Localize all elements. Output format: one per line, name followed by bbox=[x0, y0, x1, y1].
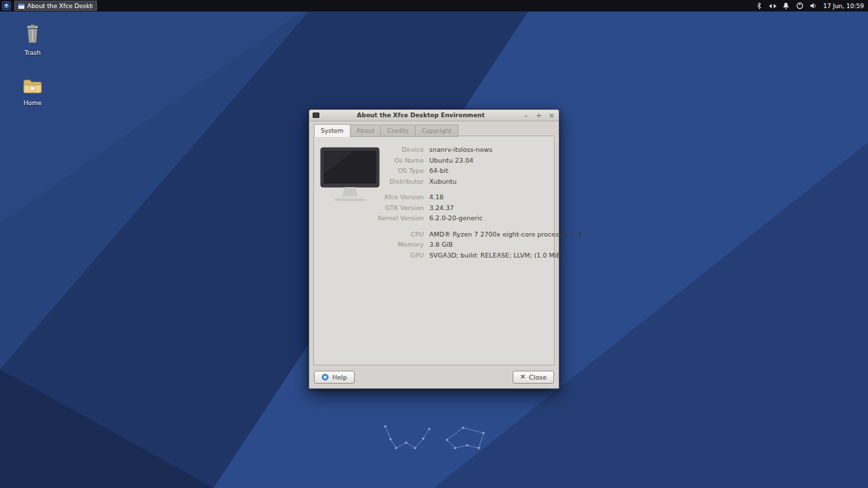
tab-credits[interactable]: Credits bbox=[380, 125, 416, 137]
info-value: 64-bit bbox=[429, 165, 448, 176]
system-info: Device snanrv-itsloss-news Os Name Ubunt… bbox=[314, 144, 549, 266]
close-button-label: Close bbox=[529, 373, 547, 381]
close-button[interactable]: × Close bbox=[513, 371, 554, 384]
info-row: GTK Version 3.24.37 bbox=[314, 203, 549, 214]
volume-icon[interactable] bbox=[810, 2, 817, 9]
home-folder-icon bbox=[22, 77, 43, 95]
power-circle-icon[interactable] bbox=[796, 2, 804, 9]
window-title: About the Xfce Desktop Environment bbox=[322, 112, 519, 119]
info-row: CPU AMD® Ryzen 7 2700x eight-core proces… bbox=[314, 229, 549, 240]
taskbar-window-button[interactable]: About the Xfce Desktop Envi... bbox=[14, 1, 97, 11]
info-value: AMD® Ryzen 7 2700x eight-core processor … bbox=[429, 229, 583, 240]
dialog-footer: Help × Close bbox=[309, 365, 559, 388]
notification-bell-icon[interactable] bbox=[783, 2, 790, 9]
info-label: Distributor bbox=[314, 176, 429, 187]
system-tray: 17 Jun, 10:59 bbox=[755, 2, 868, 9]
info-value: 6.2.0-20-generic bbox=[429, 213, 483, 224]
info-label: Memory bbox=[314, 239, 429, 250]
close-window-button[interactable]: × bbox=[548, 112, 555, 119]
info-value: 3.24.37 bbox=[429, 203, 454, 214]
info-group-hardware: CPU AMD® Ryzen 7 2700x eight-core proces… bbox=[314, 229, 549, 261]
info-label: Kernel Version bbox=[314, 213, 429, 224]
desktop-icon-home[interactable]: Home bbox=[11, 77, 54, 106]
info-label: CPU bbox=[314, 229, 429, 240]
help-button-label: Help bbox=[332, 373, 347, 381]
applications-menu-button[interactable] bbox=[0, 0, 13, 12]
system-tab-content: Device snanrv-itsloss-news Os Name Ubunt… bbox=[313, 136, 555, 365]
close-icon: × bbox=[520, 373, 526, 380]
desktop-icon-trash[interactable]: Trash bbox=[11, 24, 54, 56]
xubuntu-logo-icon bbox=[2, 1, 11, 10]
info-row: Os Name Ubuntu 23.04 bbox=[314, 155, 549, 166]
minimize-button[interactable]: – bbox=[522, 112, 530, 119]
info-group-versions: Xfce Version 4.18 GTK Version 3.24.37 Ke… bbox=[314, 192, 549, 224]
tab-bar: System About Credits Copyright bbox=[314, 125, 458, 137]
maximize-button[interactable]: + bbox=[535, 112, 542, 119]
tab-system[interactable]: System bbox=[314, 124, 351, 137]
info-group-os: Device snanrv-itsloss-news Os Name Ubunt… bbox=[314, 144, 549, 186]
desktop-icon-label: Trash bbox=[11, 49, 54, 56]
trash-icon bbox=[23, 24, 42, 45]
top-panel: About the Xfce Desktop Envi... 17 Jun, 1… bbox=[0, 0, 868, 12]
info-label: GPU bbox=[314, 250, 429, 261]
info-row: Device snanrv-itsloss-news bbox=[314, 144, 549, 155]
about-xfce-window: About the Xfce Desktop Environment – + ×… bbox=[309, 109, 559, 389]
info-value: 3.8 GiB bbox=[429, 239, 453, 250]
info-row: GPU SVGA3D; build: RELEASE; LLVM; (1.0 M… bbox=[314, 250, 549, 261]
info-value: Xubuntu bbox=[429, 176, 456, 187]
window-icon bbox=[18, 3, 24, 9]
info-label: OS Type bbox=[314, 165, 429, 176]
info-row: OS Type 64-bit bbox=[314, 165, 549, 176]
bluetooth-icon[interactable] bbox=[755, 2, 763, 9]
desktop-icon-label: Home bbox=[11, 100, 54, 106]
info-value: SVGA3D; build: RELEASE; LLVM; (1.0 MiB) bbox=[429, 250, 564, 261]
info-row: Memory 3.8 GiB bbox=[314, 239, 549, 250]
clock[interactable]: 17 Jun, 10:59 bbox=[823, 3, 864, 9]
info-row: Kernel Version 6.2.0-20-generic bbox=[314, 213, 549, 224]
info-value: 4.18 bbox=[429, 192, 443, 203]
tab-copyright[interactable]: Copyright bbox=[415, 125, 458, 137]
info-row: Xfce Version 4.18 bbox=[314, 192, 549, 203]
taskbar-window-label: About the Xfce Desktop Envi... bbox=[27, 3, 93, 9]
titlebar[interactable]: About the Xfce Desktop Environment – + × bbox=[309, 110, 559, 121]
window-menu-icon[interactable] bbox=[313, 113, 319, 118]
info-label: Device bbox=[314, 144, 429, 155]
info-label: Os Name bbox=[314, 155, 429, 166]
info-label: Xfce Version bbox=[314, 192, 429, 203]
info-label: GTK Version bbox=[314, 203, 429, 214]
network-arrows-icon[interactable] bbox=[769, 2, 776, 9]
help-button[interactable]: Help bbox=[314, 371, 355, 384]
info-value: Ubuntu 23.04 bbox=[429, 155, 473, 166]
help-icon bbox=[321, 373, 329, 381]
tab-about[interactable]: About bbox=[350, 125, 382, 137]
info-row: Distributor Xubuntu bbox=[314, 176, 549, 187]
info-value: snanrv-itsloss-news bbox=[429, 144, 492, 155]
